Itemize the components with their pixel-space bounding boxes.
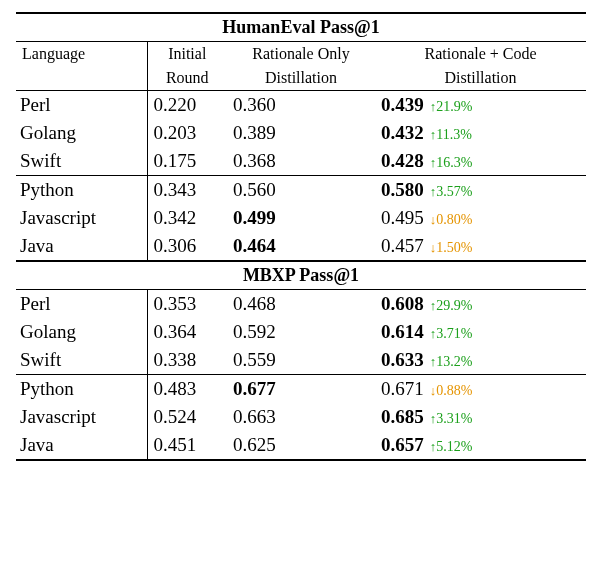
code-cell: 0.633↑13.2%	[375, 346, 586, 375]
delta-badge: ↑3.31%	[424, 411, 473, 426]
code-value: 0.657	[381, 434, 424, 455]
code-cell: 0.495↓0.80%	[375, 204, 586, 232]
code-value: 0.439	[381, 94, 424, 115]
table-row: Python0.4830.6770.671↓0.88%	[16, 375, 586, 403]
initial-cell: 0.306	[147, 232, 227, 261]
language-cell: Python	[16, 176, 147, 204]
code-cell: 0.428↑16.3%	[375, 147, 586, 176]
col-header-initial: Initial	[147, 42, 227, 66]
language-cell: Java	[16, 431, 147, 460]
language-cell: Golang	[16, 318, 147, 346]
table-row: Golang0.2030.3890.432↑11.3%	[16, 119, 586, 147]
rationale-cell: 0.677	[227, 375, 375, 403]
code-cell: 0.608↑29.9%	[375, 290, 586, 318]
delta-badge: ↑3.71%	[424, 326, 473, 341]
language-cell: Javascript	[16, 204, 147, 232]
code-value: 0.457	[381, 235, 424, 256]
code-value: 0.495	[381, 207, 424, 228]
initial-cell: 0.220	[147, 91, 227, 119]
language-cell: Swift	[16, 147, 147, 176]
delta-text: 5.12%	[436, 439, 472, 454]
language-cell: Java	[16, 232, 147, 261]
initial-cell: 0.364	[147, 318, 227, 346]
delta-text: 1.50%	[436, 240, 472, 255]
delta-badge: ↑5.12%	[424, 439, 473, 454]
initial-cell: 0.342	[147, 204, 227, 232]
delta-text: 29.9%	[436, 298, 472, 313]
rationale-cell: 0.559	[227, 346, 375, 375]
table-row: Swift0.1750.3680.428↑16.3%	[16, 147, 586, 176]
section-title: MBXP Pass@1	[16, 262, 586, 290]
delta-text: 3.71%	[436, 326, 472, 341]
code-cell: 0.657↑5.12%	[375, 431, 586, 460]
initial-cell: 0.451	[147, 431, 227, 460]
code-value: 0.671	[381, 378, 424, 399]
delta-text: 3.31%	[436, 411, 472, 426]
delta-text: 21.9%	[436, 99, 472, 114]
results-table: HumanEval Pass@1LanguageInitialRationale…	[16, 12, 586, 461]
code-cell: 0.439↑21.9%	[375, 91, 586, 119]
delta-text: 3.57%	[436, 184, 472, 199]
col-header-rationale-sub: Distillation	[227, 66, 375, 91]
rationale-cell: 0.625	[227, 431, 375, 460]
col-header-rationale: Rationale Only	[227, 42, 375, 66]
rationale-cell: 0.368	[227, 147, 375, 176]
col-header-language: Language	[16, 42, 147, 66]
rationale-cell: 0.389	[227, 119, 375, 147]
table-row: Python0.3430.5600.580↑3.57%	[16, 176, 586, 204]
delta-badge: ↑11.3%	[424, 127, 472, 142]
table-row: Perl0.2200.3600.439↑21.9%	[16, 91, 586, 119]
delta-text: 0.88%	[436, 383, 472, 398]
rationale-cell: 0.464	[227, 232, 375, 261]
initial-cell: 0.338	[147, 346, 227, 375]
initial-cell: 0.343	[147, 176, 227, 204]
initial-cell: 0.203	[147, 119, 227, 147]
col-header-language-sub	[16, 66, 147, 91]
rationale-cell: 0.592	[227, 318, 375, 346]
col-header-code-sub: Distillation	[375, 66, 586, 91]
language-cell: Python	[16, 375, 147, 403]
col-header-code: Rationale + Code	[375, 42, 586, 66]
code-value: 0.428	[381, 150, 424, 171]
code-cell: 0.614↑3.71%	[375, 318, 586, 346]
col-header-initial-sub: Round	[147, 66, 227, 91]
code-cell: 0.580↑3.57%	[375, 176, 586, 204]
initial-cell: 0.483	[147, 375, 227, 403]
language-cell: Swift	[16, 346, 147, 375]
code-cell: 0.671↓0.88%	[375, 375, 586, 403]
delta-text: 11.3%	[436, 127, 472, 142]
delta-text: 13.2%	[436, 354, 472, 369]
table-row: Java0.4510.6250.657↑5.12%	[16, 431, 586, 460]
language-cell: Javascript	[16, 403, 147, 431]
delta-text: 16.3%	[436, 155, 472, 170]
language-cell: Golang	[16, 119, 147, 147]
delta-badge: ↓0.88%	[424, 383, 473, 398]
code-value: 0.633	[381, 349, 424, 370]
table-row: Javascript0.3420.4990.495↓0.80%	[16, 204, 586, 232]
code-cell: 0.685↑3.31%	[375, 403, 586, 431]
code-value: 0.685	[381, 406, 424, 427]
delta-badge: ↓0.80%	[424, 212, 473, 227]
code-cell: 0.457↓1.50%	[375, 232, 586, 261]
initial-cell: 0.524	[147, 403, 227, 431]
delta-badge: ↑29.9%	[424, 298, 473, 313]
code-value: 0.580	[381, 179, 424, 200]
code-value: 0.608	[381, 293, 424, 314]
delta-badge: ↑21.9%	[424, 99, 473, 114]
language-cell: Perl	[16, 91, 147, 119]
table-row: Swift0.3380.5590.633↑13.2%	[16, 346, 586, 375]
table-row: Golang0.3640.5920.614↑3.71%	[16, 318, 586, 346]
rationale-cell: 0.663	[227, 403, 375, 431]
table-row: Javascript0.5240.6630.685↑3.31%	[16, 403, 586, 431]
rationale-cell: 0.499	[227, 204, 375, 232]
delta-text: 0.80%	[436, 212, 472, 227]
section-title: HumanEval Pass@1	[16, 14, 586, 42]
initial-cell: 0.353	[147, 290, 227, 318]
rationale-cell: 0.560	[227, 176, 375, 204]
rationale-cell: 0.468	[227, 290, 375, 318]
rationale-cell: 0.360	[227, 91, 375, 119]
delta-badge: ↑3.57%	[424, 184, 473, 199]
delta-badge: ↑16.3%	[424, 155, 473, 170]
table-row: Java0.3060.4640.457↓1.50%	[16, 232, 586, 261]
delta-badge: ↓1.50%	[424, 240, 473, 255]
